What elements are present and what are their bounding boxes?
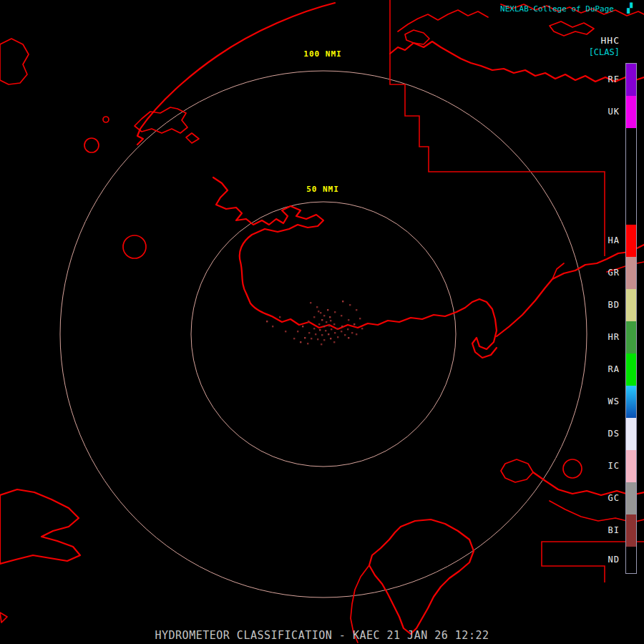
- coastline-path: [398, 10, 488, 31]
- colorbar-segment-gap: [626, 128, 636, 225]
- range-ring-50nmi: [191, 202, 456, 467]
- county-boundary-line: [390, 0, 605, 256]
- coastline-path: [497, 245, 644, 336]
- nexlab-brand: NEXLAB-College of DuPage: [500, 4, 614, 14]
- island-circle: [563, 459, 582, 478]
- coastline-path: [0, 613, 7, 623]
- legend-label-uk: UK: [608, 107, 620, 117]
- cod-logo-icon: ▞: [627, 3, 633, 14]
- colorbar-segment-ic: [626, 450, 636, 482]
- colorbar-segment-uk: [626, 96, 636, 128]
- coastlines: [0, 3, 644, 643]
- coastline-path: [186, 133, 199, 143]
- coastline-path: [501, 459, 533, 482]
- legend-label-ha: HA: [608, 235, 620, 245]
- radar-echoes: [266, 301, 363, 345]
- legend-label-gc: GC: [608, 493, 620, 503]
- coastline-path: [213, 177, 497, 358]
- colorbar-segment-ds: [626, 418, 636, 450]
- range-ring-label-50nmi: 50 NMI: [303, 184, 342, 195]
- legend-label-ic: IC: [608, 461, 620, 471]
- coastline-path: [0, 489, 80, 564]
- legend-label-bi: BI: [608, 525, 620, 535]
- legend-label-ws: WS: [608, 396, 620, 406]
- legend-label-ra: RA: [608, 364, 620, 374]
- coastline-path: [405, 30, 429, 44]
- range-ring-label-100nmi: 100 NMI: [301, 49, 344, 59]
- coastline-path: [135, 107, 187, 133]
- radar-display: 100 NMI 50 NMI NEXLAB-College of DuPage …: [0, 0, 644, 644]
- colorbar-segment-ws: [626, 386, 636, 418]
- legend-label-ds: DS: [608, 429, 620, 439]
- range-ring-100nmi: [60, 71, 587, 597]
- colorbar-segment-gc: [626, 482, 636, 514]
- coastline-path: [137, 3, 335, 145]
- county-boundaries: [390, 0, 644, 582]
- legend-label-hr: HR: [608, 332, 620, 342]
- product-title: HYDROMETEOR CLASSIFICATION - KAEC 21 JAN…: [0, 629, 644, 642]
- colorbar-segment-bi: [626, 514, 636, 547]
- colorbar-segment-rf: [626, 64, 636, 96]
- legend-label-gr: GR: [608, 268, 620, 278]
- island-circle: [103, 117, 109, 122]
- colorbar-segment-ra: [626, 353, 636, 386]
- colorbar-segment-nd: [626, 547, 636, 573]
- colorbar-segment-hr: [626, 321, 636, 353]
- range-rings: [60, 71, 587, 597]
- legend-label-nd: ND: [608, 555, 620, 565]
- colorbar-segment-ha: [626, 225, 636, 257]
- colorbar-segment-bd: [626, 289, 636, 321]
- coastline-path: [0, 39, 29, 84]
- island-circle: [123, 235, 146, 258]
- legend-colorbar: [625, 63, 637, 574]
- radar-map: [0, 0, 644, 644]
- legend-label-bd: BD: [608, 300, 620, 310]
- colorbar-segment-gr: [626, 257, 636, 289]
- product-code: HHC: [601, 35, 620, 46]
- island-circle: [84, 138, 99, 152]
- coastline-path: [550, 21, 594, 36]
- legend-label-rf: RF: [608, 74, 620, 84]
- coastline-path: [369, 519, 474, 634]
- classification-tag: [CLAS]: [589, 47, 620, 57]
